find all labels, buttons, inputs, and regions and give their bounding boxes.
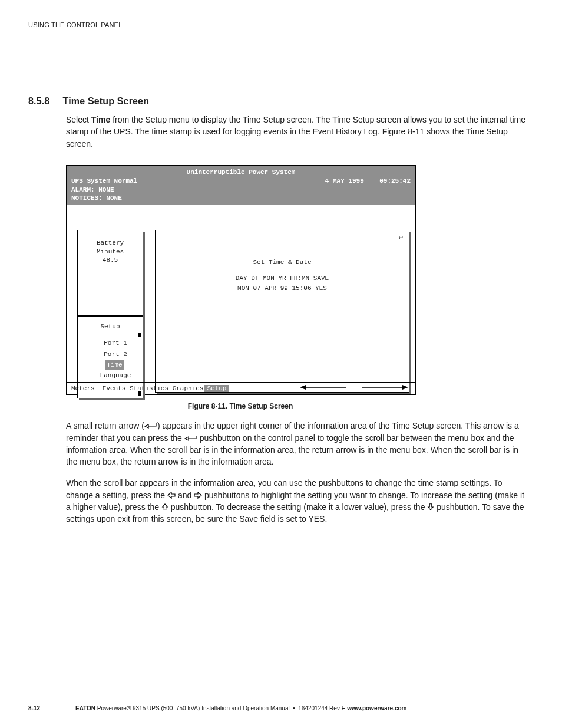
- text: pushbutton. To decrease the setting (mak…: [168, 502, 427, 512]
- nav-arrow-right-icon[interactable]: [361, 384, 408, 390]
- lcd-notices: NOTICES: NONE: [71, 194, 411, 203]
- text: A small return arrow (: [66, 421, 144, 430]
- return-arrow-icon: [184, 434, 197, 442]
- lcd-status: UPS System Normal: [71, 177, 137, 186]
- lcd-title: Uninterruptible Power System: [71, 168, 411, 177]
- lcd-header: Uninterruptible Power System UPS System …: [67, 166, 415, 205]
- footer-text: Powerware® 9315 UPS (500–750 kVA) Instal…: [95, 705, 347, 711]
- figure-caption: Figure 8-11. Time Setup Screen: [66, 402, 415, 410]
- setup-menu-header: Setup: [78, 321, 143, 334]
- svg-marker-7: [194, 492, 201, 498]
- lcd-datetime: 4 MAY 1999 09:25:42: [325, 177, 411, 186]
- lcd-date: 4 MAY 1999: [325, 177, 364, 185]
- nav-graphics[interactable]: Graphics: [173, 385, 204, 392]
- nav-meters[interactable]: Meters: [71, 385, 95, 392]
- setup-item-language[interactable]: Language: [78, 370, 143, 381]
- svg-marker-8: [163, 504, 168, 510]
- section-number: 8.5.8: [28, 96, 60, 107]
- footer-url: www.powerware.com: [347, 705, 406, 711]
- paragraph-3: When the scroll bar appears in the infor…: [66, 477, 528, 525]
- svg-marker-3: [402, 385, 408, 390]
- intro-paragraph: Select Time from the Setup menu to displ…: [66, 114, 528, 150]
- info-header-row: DAY DT MON YR HR:MN SAVE: [156, 274, 409, 284]
- text: and: [176, 490, 194, 500]
- info-title: Set Time & Date: [156, 258, 409, 268]
- text-bold: Time: [91, 115, 110, 124]
- page-number: 8-12: [28, 705, 75, 711]
- battery-label2: Minutes: [78, 248, 143, 256]
- battery-label: Battery: [78, 239, 143, 247]
- arrow-down-icon: [427, 503, 434, 510]
- footer-brand: EATON: [75, 705, 95, 711]
- text: from the Setup menu to display the Time …: [66, 115, 525, 149]
- lcd-nav-bar: Meters Events Statistics Graphics Setup: [67, 382, 415, 394]
- arrow-up-icon: [161, 503, 168, 510]
- nav-statistics[interactable]: Statistics: [130, 385, 168, 392]
- paragraph-2: A small return arrow () appears in the u…: [66, 420, 528, 467]
- lcd-time: 09:25:42: [379, 177, 411, 185]
- battery-box: Battery Minutes 48.5: [77, 230, 143, 316]
- setup-item-time[interactable]: Time: [105, 360, 124, 370]
- lcd-alarm: ALARM: NONE: [71, 186, 411, 195]
- svg-marker-6: [168, 492, 175, 498]
- return-arrow-icon[interactable]: ↵: [396, 233, 405, 242]
- lcd-body: Battery Minutes 48.5 Setup Port 1 Port 2…: [67, 205, 415, 382]
- setup-item-port1[interactable]: Port 1: [78, 338, 143, 348]
- nav-events[interactable]: Events: [103, 385, 126, 392]
- nav-arrow-left-icon[interactable]: [300, 384, 347, 390]
- section-title: Time Setup Screen: [63, 96, 149, 106]
- page-footer: 8-12 EATON Powerware® 9315 UPS (500–750 …: [28, 701, 534, 711]
- running-header: USING THE CONTROL PANEL: [28, 21, 534, 28]
- info-data-row: MON 07 APR 99 15:06 YES: [156, 284, 409, 294]
- arrow-right-icon: [194, 492, 202, 499]
- lcd-screen-figure: Uninterruptible Power System UPS System …: [66, 165, 416, 395]
- setup-item-port2[interactable]: Port 2: [78, 349, 143, 360]
- arrow-left-icon: [167, 492, 176, 499]
- battery-value: 48.5: [78, 256, 143, 264]
- section-heading: 8.5.8 Time Setup Screen: [28, 96, 534, 107]
- nav-setup[interactable]: Setup: [204, 385, 229, 392]
- svg-marker-9: [428, 504, 434, 510]
- return-arrow-icon: [144, 422, 157, 429]
- info-area: ↵ Set Time & Date DAY DT MON YR HR:MN SA…: [155, 230, 409, 393]
- svg-marker-1: [300, 385, 306, 390]
- text: Select: [66, 115, 91, 124]
